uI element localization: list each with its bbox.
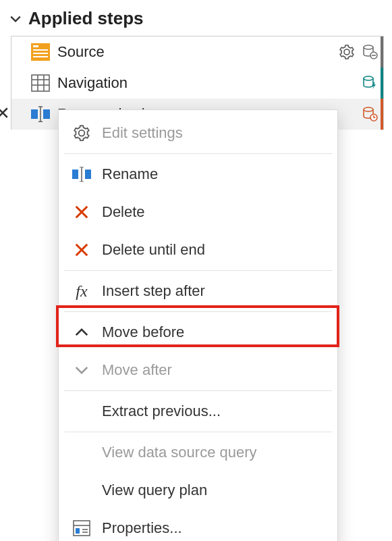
menu-label: Delete [102, 203, 145, 221]
menu-label: Extract previous... [102, 403, 221, 420]
menu-item-extract-previous[interactable]: Extract previous... [59, 392, 337, 430]
chevron-down-icon [8, 11, 23, 26]
svg-rect-14 [31, 109, 38, 119]
menu-item-view-data-source-query: View data source query [59, 434, 337, 471]
step-label: Navigation [57, 74, 354, 92]
svg-point-13 [364, 76, 373, 80]
blank-icon [71, 401, 92, 422]
svg-rect-22 [85, 170, 91, 179]
svg-rect-28 [76, 528, 80, 534]
menu-separator [64, 311, 332, 312]
chevron-up-icon [71, 321, 92, 343]
menu-item-view-query-plan[interactable]: View query plan [59, 471, 337, 509]
menu-item-move-after: Move after [59, 351, 337, 389]
database-clock-icon [360, 105, 379, 124]
context-menu: Edit settings Rename Delete Delete until… [58, 109, 338, 541]
step-label: Source [57, 43, 331, 61]
menu-item-move-before[interactable]: Move before [59, 313, 337, 351]
menu-label: Move after [102, 361, 172, 379]
chevron-down-icon [71, 359, 92, 381]
menu-separator [64, 390, 332, 391]
menu-label: Rename [102, 165, 158, 183]
table-properties-icon [71, 517, 92, 539]
svg-rect-1 [33, 45, 38, 47]
menu-item-rename[interactable]: Rename [59, 155, 337, 193]
rename-icon [71, 163, 92, 185]
svg-rect-4 [33, 56, 48, 57]
menu-item-properties[interactable]: Properties... [59, 509, 337, 541]
menu-separator [64, 432, 332, 432]
x-red-icon [71, 201, 92, 223]
table-icon [30, 73, 51, 93]
svg-rect-8 [32, 75, 49, 91]
gear-icon [71, 122, 92, 144]
svg-point-5 [364, 45, 373, 49]
panel-title: Applied steps [28, 8, 143, 29]
svg-rect-3 [33, 53, 48, 54]
blank-icon [71, 442, 92, 463]
menu-label: Properties... [102, 519, 182, 537]
svg-rect-21 [72, 170, 78, 179]
fx-icon: fx [71, 280, 92, 302]
blank-icon [71, 480, 92, 501]
menu-item-edit-settings: Edit settings [59, 114, 337, 152]
menu-label: Move before [102, 324, 184, 341]
database-icon [360, 43, 379, 61]
menu-label: Edit settings [102, 124, 183, 142]
rename-column-icon [30, 104, 51, 124]
menu-label: Delete until end [102, 241, 205, 259]
menu-label: View data source query [102, 444, 257, 461]
menu-label: View query plan [102, 482, 207, 499]
menu-separator [64, 153, 332, 154]
svg-rect-2 [33, 49, 48, 51]
close-icon[interactable] [0, 107, 9, 122]
menu-separator [64, 270, 332, 271]
gear-icon[interactable] [337, 43, 356, 61]
data-source-icon [30, 42, 51, 62]
panel-header[interactable]: Applied steps [7, 5, 385, 36]
svg-point-19 [364, 107, 373, 111]
step-row-source[interactable]: Source [11, 36, 383, 68]
step-row-navigation[interactable]: Navigation [11, 68, 383, 99]
x-red-icon [71, 239, 92, 261]
menu-label: Insert step after [102, 282, 205, 300]
svg-rect-15 [43, 109, 50, 119]
menu-item-insert-step-after[interactable]: fx Insert step after [59, 272, 337, 310]
database-bolt-icon [360, 74, 379, 93]
menu-item-delete-until-end[interactable]: Delete until end [59, 231, 337, 269]
menu-item-delete[interactable]: Delete [59, 193, 337, 231]
